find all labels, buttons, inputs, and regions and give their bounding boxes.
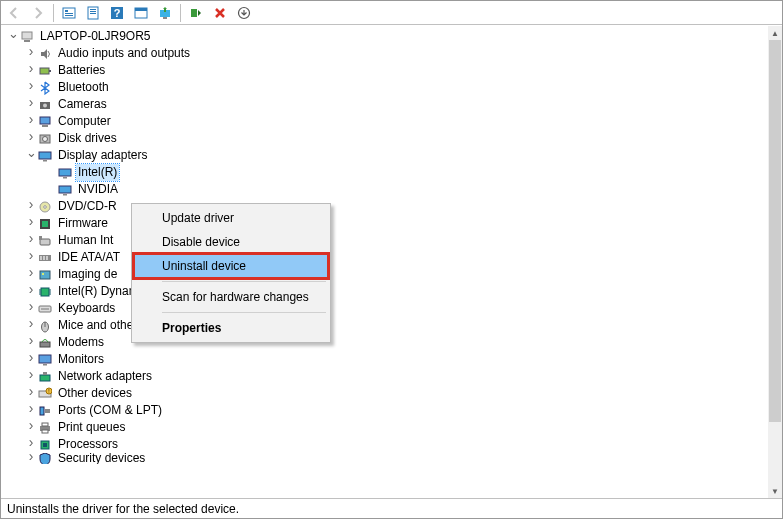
- mouse-icon: [37, 318, 53, 334]
- camera-icon: [37, 97, 53, 113]
- tree-category[interactable]: Print queues: [5, 419, 768, 436]
- disable-device-button[interactable]: [209, 3, 231, 23]
- svg-rect-23: [42, 125, 48, 127]
- tree-category[interactable]: Intel(R) Dynamic Platform and Thermal Fr…: [5, 283, 768, 300]
- keyboard-icon: [37, 301, 53, 317]
- svg-rect-26: [39, 152, 51, 159]
- tree-category[interactable]: Network adapters: [5, 368, 768, 385]
- tree-category[interactable]: Processors: [5, 436, 768, 453]
- tree-category[interactable]: Imaging de: [5, 266, 768, 283]
- svg-rect-19: [49, 70, 51, 72]
- tree-category[interactable]: DVD/CD-R: [5, 198, 768, 215]
- svg-rect-49: [40, 342, 50, 347]
- cm-scan-hardware[interactable]: Scan for hardware changes: [134, 285, 328, 309]
- scroll-track[interactable]: [768, 40, 782, 484]
- tree-category[interactable]: Human Int: [5, 232, 768, 249]
- tree-label: Intel(R): [76, 164, 119, 181]
- tree-label: IDE ATA/AT: [56, 249, 122, 266]
- svg-rect-14: [191, 9, 197, 17]
- svg-rect-57: [40, 407, 44, 415]
- disk-icon: [37, 131, 53, 147]
- update-driver-button[interactable]: [154, 3, 176, 23]
- forward-button[interactable]: [27, 3, 49, 23]
- status-text: Uninstalls the driver for the selected d…: [7, 502, 239, 516]
- svg-rect-41: [46, 256, 48, 260]
- svg-rect-50: [39, 355, 51, 363]
- svg-rect-46: [41, 308, 49, 310]
- tree-label: Monitors: [56, 351, 106, 368]
- tree-label: Cameras: [56, 96, 109, 113]
- device-manager-window: ? LAPTOP-0LJR9OR5: [0, 0, 783, 519]
- svg-rect-52: [40, 375, 50, 381]
- tree-device-intel[interactable]: Intel(R): [5, 164, 768, 181]
- tree-label: DVD/CD-R: [56, 198, 119, 215]
- bluetooth-icon: [37, 80, 53, 96]
- tree-category[interactable]: ! Other devices: [5, 385, 768, 402]
- tree-category[interactable]: Computer: [5, 113, 768, 130]
- svg-rect-51: [43, 364, 47, 366]
- uninstall-device-button[interactable]: [233, 3, 255, 23]
- scroll-thumb[interactable]: [769, 40, 781, 422]
- cm-properties[interactable]: Properties: [134, 316, 328, 340]
- show-hidden-button[interactable]: [58, 3, 80, 23]
- svg-rect-63: [43, 443, 47, 447]
- port-icon: [37, 403, 53, 419]
- scroll-up-button[interactable]: ▲: [768, 26, 782, 40]
- scroll-down-button[interactable]: ▼: [768, 484, 782, 498]
- tree-category-display-adapters[interactable]: Display adapters: [5, 147, 768, 164]
- display-icon: [57, 165, 73, 181]
- tree-label: Modems: [56, 334, 106, 351]
- display-icon: [57, 182, 73, 198]
- svg-rect-7: [90, 13, 96, 14]
- svg-rect-58: [45, 409, 50, 413]
- svg-rect-16: [22, 32, 32, 39]
- expander-icon[interactable]: [25, 147, 37, 165]
- cm-update-driver[interactable]: Update driver: [134, 206, 328, 230]
- tree-label: Audio inputs and outputs: [56, 45, 192, 62]
- help-button[interactable]: ?: [106, 3, 128, 23]
- tree-label: Processors: [56, 436, 120, 453]
- tree-device-nvidia[interactable]: NVIDIA: [5, 181, 768, 198]
- tree-root[interactable]: LAPTOP-0LJR9OR5: [5, 28, 768, 45]
- tree-root-label: LAPTOP-0LJR9OR5: [38, 28, 153, 45]
- cm-separator: [162, 312, 326, 313]
- svg-rect-17: [24, 40, 30, 42]
- svg-rect-42: [40, 271, 50, 279]
- tree-category[interactable]: IDE ATA/AT: [5, 249, 768, 266]
- modem-icon: [37, 335, 53, 351]
- tree-label: Ports (COM & LPT): [56, 402, 164, 419]
- tree-category[interactable]: Disk drives: [5, 130, 768, 147]
- tree-category[interactable]: Firmware: [5, 215, 768, 232]
- tree-category[interactable]: Mice and other pointing devices: [5, 317, 768, 334]
- svg-rect-39: [40, 256, 42, 260]
- tree-category[interactable]: Keyboards: [5, 300, 768, 317]
- expander-icon[interactable]: [25, 453, 37, 464]
- tree-category[interactable]: Ports (COM & LPT): [5, 402, 768, 419]
- back-button[interactable]: [3, 3, 25, 23]
- expander-icon[interactable]: [7, 28, 19, 46]
- svg-point-43: [42, 273, 44, 275]
- cm-separator: [162, 281, 326, 282]
- expander-icon[interactable]: [25, 436, 37, 454]
- properties-button[interactable]: [82, 3, 104, 23]
- cm-uninstall-device[interactable]: Uninstall device: [134, 254, 328, 278]
- device-tree[interactable]: LAPTOP-0LJR9OR5 Audio inputs and outputs…: [1, 26, 768, 498]
- vertical-scrollbar[interactable]: ▲ ▼: [768, 26, 782, 498]
- svg-rect-60: [42, 423, 48, 426]
- other-icon: !: [37, 386, 53, 402]
- tree-category[interactable]: Batteries: [5, 62, 768, 79]
- tree-label: Computer: [56, 113, 113, 130]
- tree-label: Print queues: [56, 419, 127, 436]
- tree-category[interactable]: Modems: [5, 334, 768, 351]
- svg-rect-5: [90, 9, 96, 10]
- tree-category[interactable]: Bluetooth: [5, 79, 768, 96]
- tree-category[interactable]: Audio inputs and outputs: [5, 45, 768, 62]
- enable-device-button[interactable]: [185, 3, 207, 23]
- scan-button[interactable]: [130, 3, 152, 23]
- cm-disable-device[interactable]: Disable device: [134, 230, 328, 254]
- tree-category[interactable]: Security devices: [5, 453, 768, 464]
- network-icon: [37, 369, 53, 385]
- tree-category[interactable]: Monitors: [5, 351, 768, 368]
- tree-category[interactable]: Cameras: [5, 96, 768, 113]
- svg-rect-35: [42, 221, 48, 227]
